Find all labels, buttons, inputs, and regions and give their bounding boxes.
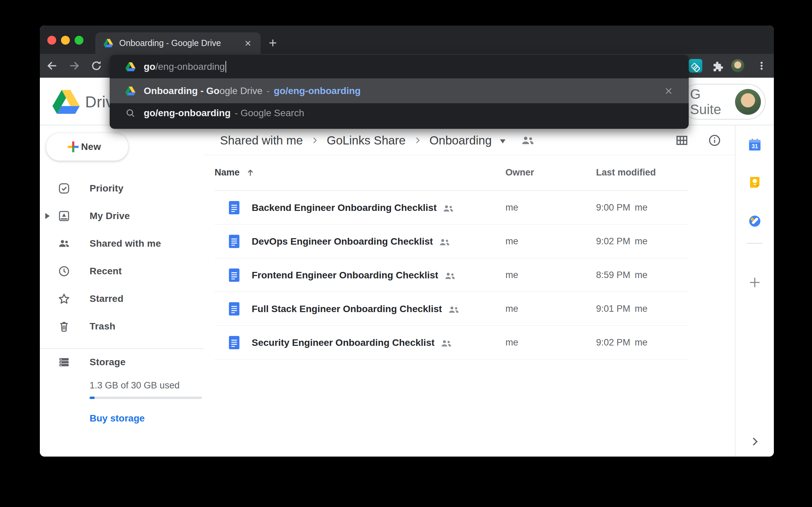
file-name: Security Engineer Onboarding Checklist bbox=[252, 337, 435, 348]
sidebar-item-recent[interactable]: Recent bbox=[40, 257, 204, 285]
shared-people-icon bbox=[439, 238, 451, 246]
file-name: Backend Engineer Onboarding Checklist bbox=[252, 202, 437, 213]
column-header-name-label: Name bbox=[215, 167, 240, 178]
google-doc-icon bbox=[229, 201, 239, 216]
companion-panel: 31 bbox=[735, 125, 774, 457]
browser-profile-avatar[interactable] bbox=[731, 59, 745, 73]
account-chip[interactable]: G Suite bbox=[681, 84, 766, 120]
breadcrumb-shared-with-me[interactable]: Shared with me bbox=[220, 134, 303, 147]
sidebar-item-storage[interactable]: Storage bbox=[40, 350, 204, 374]
file-row[interactable]: Frontend Engineer Onboarding Checklist m… bbox=[215, 258, 688, 292]
minimize-window-button[interactable] bbox=[61, 36, 70, 45]
column-header-name[interactable]: Name bbox=[215, 167, 255, 178]
new-button[interactable]: New bbox=[46, 133, 128, 161]
file-row[interactable]: Full Stack Engineer Onboarding Checklist… bbox=[215, 292, 688, 326]
account-avatar[interactable] bbox=[735, 89, 761, 115]
suggestion-url: go/eng-onboarding bbox=[274, 86, 361, 96]
file-table-header: Name Owner Last modified bbox=[215, 155, 688, 191]
reload-icon[interactable] bbox=[89, 59, 104, 73]
google-doc-icon bbox=[229, 302, 239, 317]
suggestion-separator: - bbox=[266, 86, 269, 96]
svg-text:31: 31 bbox=[751, 143, 758, 150]
folder-menu-caret-icon[interactable] bbox=[500, 139, 505, 143]
extensions-puzzle-icon[interactable] bbox=[710, 59, 724, 73]
add-addon-icon[interactable] bbox=[748, 275, 762, 290]
suggestion-suffix: - Google Search bbox=[235, 108, 304, 119]
breadcrumb-golinks-share[interactable]: GoLinks Share bbox=[327, 134, 406, 147]
chevron-right-icon bbox=[310, 136, 319, 145]
golinks-extension-icon[interactable] bbox=[688, 59, 703, 73]
close-window-button[interactable] bbox=[47, 36, 56, 45]
browser-window: Onboarding - Google Drive bbox=[40, 26, 774, 457]
file-modified-time: 8:59 PM bbox=[596, 270, 630, 280]
google-doc-icon bbox=[229, 336, 239, 351]
grid-view-icon[interactable] bbox=[674, 133, 689, 148]
suggestion-row-search[interactable]: go/eng-onboarding- Google Search bbox=[110, 103, 689, 123]
keep-icon[interactable] bbox=[748, 176, 761, 189]
new-tab-button[interactable] bbox=[266, 36, 280, 50]
storage-progress-bar bbox=[90, 397, 202, 399]
new-button-label: New bbox=[81, 141, 101, 152]
google-doc-icon bbox=[229, 268, 239, 283]
back-icon[interactable] bbox=[45, 59, 59, 73]
file-owner: me bbox=[505, 326, 518, 359]
sidebar-divider bbox=[40, 348, 204, 349]
breadcrumb-onboarding[interactable]: Onboarding bbox=[430, 134, 492, 147]
breadcrumb-bar: Shared with me GoLinks Share Onboarding bbox=[204, 125, 735, 155]
sidebar-item-label: Shared with me bbox=[90, 238, 161, 249]
zoom-window-button[interactable] bbox=[75, 36, 83, 45]
file-modified-time: 9:02 PM bbox=[596, 236, 630, 247]
column-header-modified[interactable]: Last modified bbox=[596, 167, 656, 178]
breadcrumb: Shared with me GoLinks Share Onboarding bbox=[220, 125, 535, 155]
google-plus-icon bbox=[67, 140, 80, 156]
shared-people-icon bbox=[443, 204, 454, 213]
browser-menu-icon[interactable] bbox=[754, 59, 769, 73]
sidebar-item-my-drive[interactable]: My Drive bbox=[40, 202, 204, 230]
file-name: Full Stack Engineer Onboarding Checklist bbox=[252, 304, 442, 314]
file-modified-by: me bbox=[635, 236, 648, 247]
file-name: DevOps Engineer Onboarding Checklist bbox=[252, 236, 433, 247]
file-row[interactable]: DevOps Engineer Onboarding Checklist me … bbox=[215, 225, 688, 258]
folder-shared-icon[interactable] bbox=[521, 135, 535, 145]
star-icon bbox=[57, 291, 72, 306]
file-modified-time: 9:01 PM bbox=[596, 304, 630, 314]
file-owner: me bbox=[505, 225, 518, 258]
sidebar-item-label: Starred bbox=[90, 293, 123, 304]
shared-people-icon bbox=[448, 306, 460, 314]
file-modified-by: me bbox=[635, 304, 648, 314]
browser-tab[interactable]: Onboarding - Google Drive bbox=[95, 32, 261, 54]
drive-logo-icon[interactable] bbox=[52, 90, 80, 115]
suggestion-title-rest: ogle Drive bbox=[219, 86, 262, 96]
suggestion-title-bold: Onboarding - Go bbox=[144, 86, 219, 96]
expand-arrow-icon[interactable] bbox=[45, 213, 50, 219]
file-modified-time: 9:00 PM bbox=[596, 202, 630, 213]
sort-ascending-icon bbox=[245, 168, 255, 178]
calendar-icon[interactable]: 31 bbox=[748, 138, 761, 151]
file-row[interactable]: Backend Engineer Onboarding Checklist me… bbox=[215, 191, 688, 225]
sidebar-item-shared-with-me[interactable]: Shared with me bbox=[40, 230, 204, 257]
file-row[interactable]: Security Engineer Onboarding Checklist m… bbox=[215, 326, 688, 359]
sidebar-item-starred[interactable]: Starred bbox=[40, 285, 204, 312]
info-icon[interactable] bbox=[707, 133, 722, 148]
tab-close-icon[interactable] bbox=[244, 40, 252, 47]
sidebar-item-trash[interactable]: Trash bbox=[40, 312, 204, 340]
sidebar-item-priority[interactable]: Priority bbox=[40, 174, 204, 202]
buy-storage-link[interactable]: Buy storage bbox=[90, 413, 145, 424]
file-owner: me bbox=[505, 258, 518, 292]
chevron-right-icon bbox=[413, 136, 422, 145]
forward-icon[interactable] bbox=[67, 59, 81, 73]
storage-usage-text: 1.3 GB of 30 GB used bbox=[90, 380, 179, 391]
file-modified-by: me bbox=[635, 337, 648, 348]
column-header-owner[interactable]: Owner bbox=[505, 167, 534, 178]
omnibox-dropdown: go/eng-onboarding Onboarding - Google Dr… bbox=[110, 55, 689, 129]
sidebar-item-label: Trash bbox=[90, 321, 115, 332]
shared-people-icon bbox=[441, 339, 452, 348]
collapse-panel-chevron-icon[interactable] bbox=[749, 435, 761, 448]
remove-suggestion-icon[interactable] bbox=[661, 83, 676, 99]
text-cursor bbox=[225, 61, 226, 73]
omnibox-input[interactable]: go/eng-onboarding bbox=[110, 55, 689, 78]
tasks-icon[interactable] bbox=[748, 215, 761, 228]
drive-sidebar: New Priority My Drive bbox=[40, 125, 204, 457]
suggestion-row-drive[interactable]: Onboarding - Google Drive-go/eng-onboard… bbox=[110, 78, 689, 103]
my-drive-icon bbox=[57, 209, 72, 224]
